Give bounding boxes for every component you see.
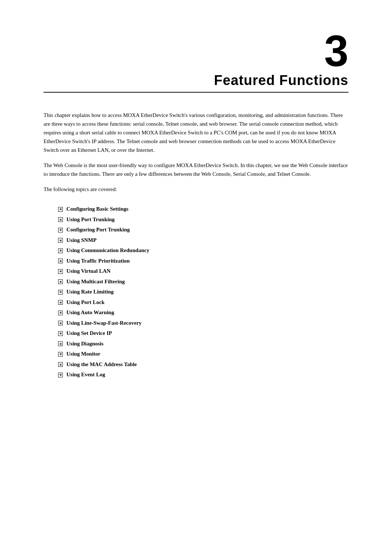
checkbox-icon xyxy=(58,331,63,336)
topic-item-using-event-log: Using Event Log xyxy=(58,369,348,380)
topic-label: Using Auto Warning xyxy=(66,307,114,318)
checkbox-icon xyxy=(58,207,63,212)
topic-label: Using Port Lock xyxy=(66,297,105,308)
topic-label: Using Virtual LAN xyxy=(66,266,111,276)
topic-label: Using Monitor xyxy=(66,349,101,359)
intro-paragraph-2: The Web Console is the most user-friendl… xyxy=(44,161,348,178)
checkbox-icon xyxy=(58,279,63,284)
checkbox-icon xyxy=(58,352,63,357)
topic-item-using-line-swap-fast-recovery: Using Line-Swap-Fast-Recovery xyxy=(58,318,348,328)
topic-item-using-port-lock: Using Port Lock xyxy=(58,297,348,308)
topic-item-using-set-device-ip: Using Set Device IP xyxy=(58,328,348,339)
topic-label: Using Event Log xyxy=(66,369,105,380)
topic-item-using-diagnosis: Using Diagnosis xyxy=(58,339,348,349)
topic-label: Using SNMP xyxy=(66,235,97,246)
topic-item-configuring-basic-settings: Configuring Basic Settings xyxy=(58,204,348,214)
topic-item-using-monitor: Using Monitor xyxy=(58,349,348,359)
topic-label: Configuring Basic Settings xyxy=(66,204,128,214)
checkbox-icon xyxy=(58,238,63,243)
chapter-title: Featured Functions xyxy=(44,73,348,88)
topic-item-using-the-mac-address-table: Using the MAC Address Table xyxy=(58,359,348,370)
checkbox-icon xyxy=(58,248,63,253)
topic-item-using-communication-redundancy: Using Communication Redundancy xyxy=(58,245,348,256)
topics-list: Configuring Basic SettingsUsing Port Tru… xyxy=(58,204,348,380)
checkbox-icon xyxy=(58,259,63,263)
topic-item-using-virtual-lan: Using Virtual LAN xyxy=(58,266,348,276)
topic-item-using-port-trunking: Using Port Trunking xyxy=(58,214,348,225)
topic-item-using-traffic-prioritization: Using Traffic Prioritization xyxy=(58,256,348,266)
checkbox-icon xyxy=(58,269,63,274)
checkbox-icon xyxy=(58,341,63,346)
topic-label: Using Rate Limiting xyxy=(66,287,114,297)
checkbox-icon xyxy=(58,362,63,367)
checkbox-icon xyxy=(58,373,63,377)
topic-label: Configuring Port Trunking xyxy=(66,224,130,235)
checkbox-icon xyxy=(58,290,63,295)
intro-paragraph-1: This chapter explains how to access MOXA… xyxy=(44,111,348,154)
topic-item-using-rate-limiting: Using Rate Limiting xyxy=(58,287,348,297)
topic-item-using-multicast-filtering: Using Multicast Filtering xyxy=(58,276,348,287)
topic-label: Using Port Trunking xyxy=(66,214,115,225)
title-divider xyxy=(44,92,348,93)
topic-item-using-snmp: Using SNMP xyxy=(58,235,348,246)
topic-label: Using the MAC Address Table xyxy=(66,359,137,370)
topic-label: Using Line-Swap-Fast-Recovery xyxy=(66,318,142,328)
checkbox-icon xyxy=(58,321,63,325)
topic-label: Using Diagnosis xyxy=(66,339,103,349)
topic-label: Using Multicast Filtering xyxy=(66,276,125,287)
checkbox-icon xyxy=(58,228,63,232)
page: 3 Featured Functions This chapter explai… xyxy=(0,0,392,555)
topic-label: Using Communication Redundancy xyxy=(66,245,149,256)
topics-label: The following topics are covered: xyxy=(44,185,348,194)
checkbox-icon xyxy=(58,217,63,222)
topic-label: Using Traffic Prioritization xyxy=(66,256,130,266)
checkbox-icon xyxy=(58,311,63,315)
topic-item-using-auto-warning: Using Auto Warning xyxy=(58,307,348,318)
checkbox-icon xyxy=(58,300,63,305)
topic-label: Using Set Device IP xyxy=(66,328,112,339)
chapter-number: 3 xyxy=(44,29,348,73)
topic-item-configuring-port-trunking: Configuring Port Trunking xyxy=(58,224,348,235)
